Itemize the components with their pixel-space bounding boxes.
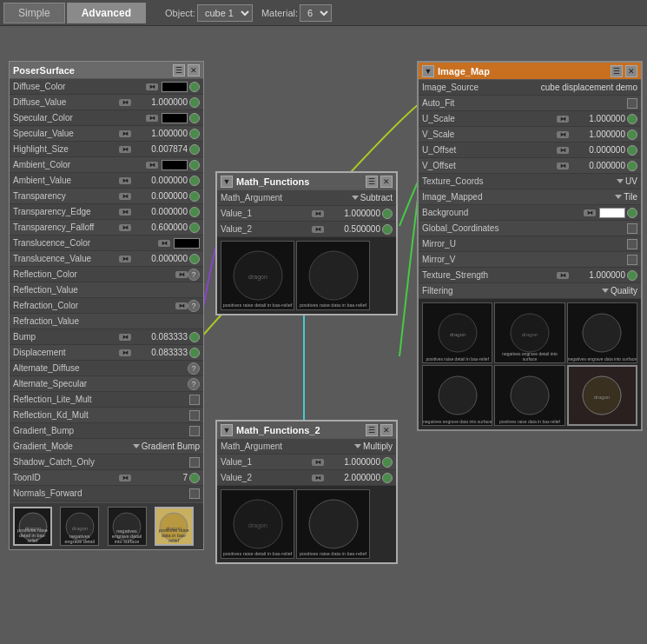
check-shadow-catch-only[interactable] [189, 457, 200, 468]
chain-highlight-size[interactable]: ⧓ [119, 146, 131, 153]
chain-transparency[interactable]: ⧓ [119, 193, 131, 200]
chain-uscale[interactable]: ⧓ [557, 116, 569, 123]
chain-texstrength[interactable]: ⧓ [557, 272, 569, 279]
dot-diffuse-value[interactable] [189, 97, 200, 108]
check-global-coords[interactable] [627, 223, 637, 234]
dot-translucence-value[interactable] [189, 254, 200, 264]
chain-math-value1[interactable]: ⧓ [312, 210, 324, 217]
chain-vscale[interactable]: ⧓ [557, 131, 569, 138]
translucence-color-swatch[interactable] [174, 238, 200, 249]
chain-bump[interactable]: ⧓ [119, 334, 131, 341]
chain-uoffset[interactable]: ⧓ [557, 147, 569, 154]
dot-texstrength[interactable] [627, 270, 637, 281]
chain-refraction-color[interactable]: ⧓ [175, 302, 188, 309]
chain-reflection-color[interactable]: ⧓ [175, 271, 188, 278]
check-mirror-v[interactable] [627, 255, 637, 265]
object-select[interactable]: cube 1 [197, 4, 253, 22]
math2-argument-dropdown[interactable]: Multiply [354, 442, 393, 451]
check-reflection-lite-mult[interactable] [189, 395, 200, 405]
check-normals-forward[interactable] [189, 488, 200, 499]
chain-displacement[interactable]: ⧓ [119, 349, 131, 356]
dot-transparency-edge[interactable] [189, 207, 200, 217]
background-color-swatch[interactable] [599, 208, 625, 218]
dot-transparency[interactable] [189, 191, 200, 202]
dot-math-value1[interactable] [382, 209, 393, 219]
chain-ambient-color[interactable]: ⧓ [146, 162, 158, 169]
chain-background[interactable]: ⧓ [584, 209, 596, 216]
dot-diffuse-color[interactable] [189, 82, 200, 92]
chain-specular-value[interactable]: ⧓ [119, 130, 131, 137]
math2-close-icon[interactable]: ✕ [380, 424, 393, 436]
dot-ambient-color[interactable] [189, 160, 200, 170]
chain-voffset[interactable]: ⧓ [557, 163, 569, 169]
imagemap-thumb-1[interactable]: dragon positives raise detail in bas-rel… [422, 302, 492, 363]
math-menu-icon[interactable]: ☰ [366, 176, 378, 188]
imagemap-thumb-5[interactable]: positives raise data in bas-relief [494, 365, 564, 426]
diffuse-color-swatch[interactable] [162, 82, 188, 92]
chain-math2-value1[interactable]: ⧓ [312, 459, 324, 466]
specular-color-swatch[interactable] [162, 113, 188, 123]
dot-bump[interactable] [189, 332, 200, 342]
check-mirror-u[interactable] [627, 239, 637, 249]
dropdown-image-mapped[interactable]: Tile [615, 192, 637, 202]
imagemap-close-icon[interactable]: ✕ [625, 65, 637, 77]
dot-toonid[interactable] [189, 473, 200, 483]
chain-transparency-falloff[interactable]: ⧓ [119, 224, 131, 231]
chain-toonid[interactable]: ⧓ [119, 475, 131, 481]
thumb-3[interactable]: negatives engrave detail into surface [108, 507, 147, 546]
imagemap-thumb-3[interactable]: negatives engrave data into surface [567, 302, 637, 363]
material-select[interactable]: 6 [300, 4, 332, 22]
dropdown-texcoords[interactable]: UV [617, 176, 637, 186]
imagemap-thumb-4[interactable]: negatives engrave data into surface [422, 365, 492, 426]
imagemap-thumb-6[interactable]: dragon [567, 365, 637, 426]
math2-collapse-icon[interactable]: ▼ [221, 424, 233, 436]
dot-uscale[interactable] [627, 114, 637, 124]
chain-diffuse-color[interactable]: ⧓ [146, 83, 158, 90]
math-close-icon[interactable]: ✕ [380, 176, 393, 188]
chain-math2-value2[interactable]: ⧓ [312, 475, 324, 481]
check-reflection-kd-mult[interactable] [189, 410, 200, 421]
chain-transparency-edge[interactable]: ⧓ [119, 209, 131, 216]
chain-diffuse-value[interactable]: ⧓ [119, 99, 131, 106]
dot-uoffset[interactable] [627, 145, 637, 156]
ambient-color-swatch[interactable] [162, 160, 188, 170]
chain-ambient-value[interactable]: ⧓ [119, 177, 131, 184]
help-reflection-color[interactable]: ? [188, 269, 200, 281]
tab-simple[interactable]: Simple [3, 3, 65, 23]
dot-vscale[interactable] [627, 129, 637, 140]
tab-advanced[interactable]: Advanced [67, 3, 146, 23]
dot-specular-color[interactable] [189, 113, 200, 123]
math-collapse-icon[interactable]: ▼ [221, 176, 233, 188]
dropdown-gradient-mode[interactable]: Gradient Bump [133, 442, 200, 451]
help-alternate-specular[interactable]: ? [188, 378, 200, 390]
math-argument-dropdown[interactable]: Subtract [352, 193, 393, 202]
imagemap-collapse-icon[interactable]: ▼ [422, 65, 434, 77]
chain-translucence-color[interactable]: ⧓ [158, 240, 170, 247]
imagemap-thumb-2[interactable]: dragon negatives engrave detail into sur… [494, 302, 564, 363]
dot-transparency-falloff[interactable] [189, 222, 200, 233]
check-gradient-bump[interactable] [189, 426, 200, 436]
dot-background[interactable] [627, 208, 637, 218]
dot-ambient-value[interactable] [189, 176, 200, 186]
dot-math2-value1[interactable] [382, 457, 393, 468]
dot-displacement[interactable] [189, 348, 200, 358]
dot-specular-value[interactable] [189, 129, 200, 139]
check-auto-fit[interactable] [627, 98, 637, 109]
dot-math-value2[interactable] [382, 224, 393, 235]
chain-math-value2[interactable]: ⧓ [312, 226, 324, 233]
dot-highlight-size[interactable] [189, 144, 200, 155]
thumb-2[interactable]: dragon negatives engrave detail [60, 507, 99, 546]
dot-math2-value2[interactable] [382, 473, 393, 483]
dot-voffset[interactable] [627, 161, 637, 171]
help-alternate-diffuse[interactable]: ? [188, 362, 200, 375]
dropdown-filtering[interactable]: Quality [602, 286, 637, 295]
imagemap-menu-icon[interactable]: ☰ [611, 65, 623, 77]
chain-translucence-value[interactable]: ⧓ [119, 256, 131, 262]
chain-specular-color[interactable]: ⧓ [146, 115, 158, 122]
math2-menu-icon[interactable]: ☰ [366, 424, 378, 436]
help-refraction-color[interactable]: ? [188, 300, 200, 312]
poser-close-icon[interactable]: ✕ [188, 64, 200, 76]
thumb-4[interactable]: dragon positives raise data in bas-relie… [155, 507, 194, 546]
poser-menu-icon[interactable]: ☰ [173, 64, 185, 76]
thumb-1[interactable]: dragon positives raise detail in bas-rel… [13, 507, 52, 546]
